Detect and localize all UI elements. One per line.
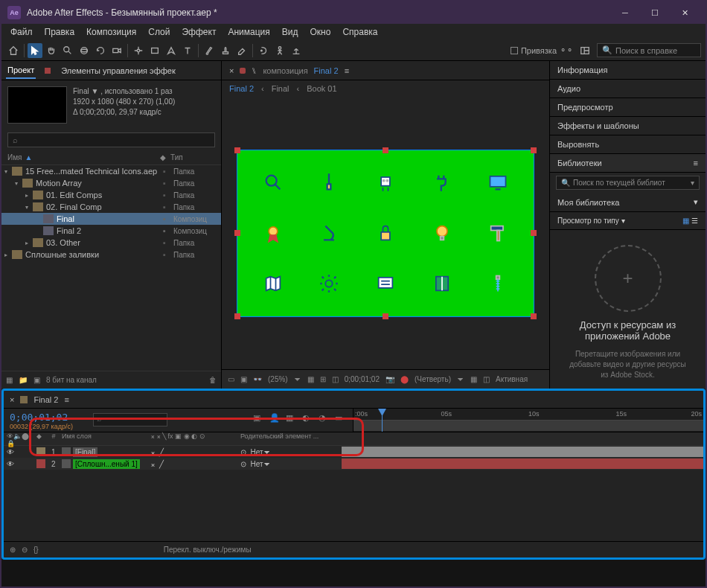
selection-tool-icon[interactable] [28,43,42,58]
workspace-icon[interactable] [578,43,592,58]
motion-blur-icon[interactable]: ◐ [302,413,314,425]
library-search[interactable]: 🔍Поиск по текущей библиот▾ [556,176,700,190]
layer-name[interactable]: [Сплошн...еный 1] [73,459,140,469]
canvas[interactable] [237,150,534,317]
comp-tab-name[interactable]: Final 2 [314,66,339,75]
library-selector[interactable]: Моя библиотека▾ [550,193,706,212]
rotate-tool-icon[interactable] [93,43,108,58]
help-search[interactable]: 🔍 Поиск в справке [597,43,701,57]
breadcrumb-item[interactable]: Final [272,84,289,93]
tab-effect-controls[interactable]: Элементы управления эффек [60,63,177,78]
tree-row[interactable]: ▾15 Free...mated Technical Icons.aep▪Пап… [1,165,221,177]
panel-close-icon[interactable]: × [229,66,234,75]
panel-menu-icon[interactable]: ≡ [345,66,349,75]
flowchart-icon[interactable]: ⑊ [252,66,257,75]
tree-row[interactable]: ▾Motion Array▪Папка [1,177,221,189]
menu-edit[interactable]: Правка [39,25,81,39]
3d-icon[interactable]: ◫ [483,375,490,383]
menu-file[interactable]: Файл [4,25,39,39]
zoom-tool-icon[interactable] [60,43,75,58]
grid-view-icon[interactable]: ▦ [682,217,689,225]
preview-panel-tab[interactable]: Предпросмотр [550,98,706,117]
maximize-button[interactable]: ☐ [640,1,670,24]
visibility-icon[interactable]: 👁 [7,448,14,456]
add-asset-dropzone[interactable]: + [595,245,662,312]
project-tree[interactable]: ▾15 Free...mated Technical Icons.aep▪Пап… [1,165,221,371]
disclosure-arrow-icon[interactable]: ▸ [25,240,33,246]
project-search-input[interactable] [7,132,215,147]
panel-menu-icon[interactable]: ≡ [64,395,68,404]
anchor-tool-icon[interactable] [131,43,146,58]
visibility-icon[interactable]: 👁 [7,460,14,468]
menu-help[interactable]: Справка [336,25,383,39]
tree-row[interactable]: Final 2▪Композиц [1,225,221,237]
frame-blend-icon[interactable]: ▦ [286,413,298,425]
panel-menu-icon[interactable]: ≡ [694,159,698,167]
tree-row[interactable]: ▾02. Final Comp▪Папка [1,201,221,213]
pen-tool-icon[interactable] [164,43,179,58]
layer-switches[interactable]: ⁎ ╱ [148,448,237,456]
eraser-tool-icon[interactable] [234,43,249,58]
layer-name[interactable]: [Final] [73,447,97,457]
disclosure-arrow-icon[interactable]: ▸ [4,252,12,258]
tab-project[interactable]: Проект [6,63,36,79]
quality-dropdown[interactable]: (Четверть) [415,375,451,383]
label-color[interactable] [36,447,45,456]
parent-dropdown[interactable]: ⊙ Нет⏷ [237,448,342,456]
timeline-tab[interactable]: Final 2 [33,395,58,404]
layer-bar[interactable] [342,447,703,457]
align-panel-tab[interactable]: Выровнять [550,135,706,154]
grid-icon[interactable]: ⊞ [320,375,326,383]
col-name-header[interactable]: Имя [7,153,22,162]
library-filter[interactable]: Просмотр по типу ▾ ▦ ☰ [550,212,706,230]
panel-close-icon[interactable]: × [10,395,14,404]
hand-tool-icon[interactable] [44,43,59,58]
playhead[interactable] [382,409,383,432]
magnify-icon[interactable]: ▭ [228,375,234,383]
stamp-tool-icon[interactable] [218,43,233,58]
menu-window[interactable]: Окно [304,25,336,39]
time-ruler[interactable]: :00s 05s 10s 15s 20s [354,409,703,421]
effects-panel-tab[interactable]: Эффекты и шаблоны [550,117,706,135]
alpha-icon[interactable]: ▣ [240,375,247,383]
disclosure-arrow-icon[interactable]: ▾ [15,180,22,187]
mask-icon[interactable]: 👓 [253,375,262,383]
parent-dropdown[interactable]: ⊙ Нет⏷ [237,460,342,468]
layer-search[interactable]: ⌕ [93,413,167,426]
breadcrumb-item[interactable]: Final 2 [229,84,254,93]
disclosure-arrow-icon[interactable]: ▾ [25,204,33,211]
guides-icon[interactable]: ◫ [332,375,339,383]
text-tool-icon[interactable] [180,43,195,58]
menu-animation[interactable]: Анимация [222,25,275,39]
interpret-icon[interactable]: ▦ [6,376,13,384]
camera-dropdown[interactable]: Активная [496,375,528,383]
menu-composition[interactable]: Композиция [80,25,142,39]
disclosure-arrow-icon[interactable]: ▾ [4,168,12,175]
layer-list[interactable]: 👁1[Final]⁎ ╱⊙ Нет⏷👁2[Сплошн...еный 1]⁎ ╱… [4,446,703,470]
col-type-header[interactable]: Тип [170,153,215,162]
roto-tool-icon[interactable] [256,43,271,58]
expand-icon[interactable]: ⊖ [22,546,28,554]
viewer-timecode[interactable]: 0;00;01;02 [345,375,380,383]
puppet-tool-icon[interactable] [272,43,287,58]
viewer[interactable] [222,97,549,369]
breadcrumb-item[interactable]: Book 01 [307,84,336,93]
comp-mini-icon[interactable]: ▣ [253,413,265,425]
tree-row[interactable]: ▸Сплошные заливки▪Папка [1,249,221,261]
home-tool-icon[interactable] [6,43,21,58]
new-comp-icon[interactable]: ▣ [33,376,40,384]
exposure-icon[interactable]: ▦ [470,375,477,383]
bpc-label[interactable]: 8 бит на канал [46,376,97,384]
snapshot-icon[interactable]: 📷 [386,375,394,383]
zoom-dropdown[interactable]: (25%) [268,375,288,383]
info-panel-tab[interactable]: Информация [550,61,706,80]
res-icon[interactable]: ▦ [307,375,314,383]
new-folder-icon[interactable]: 📁 [19,376,28,384]
snap-toggle[interactable]: Привязка ⚬⚬ [511,45,573,55]
draft-3d-icon[interactable]: ▭ [335,413,347,425]
layer-bar[interactable] [342,458,703,469]
tree-row[interactable]: ▸01. Edit Comps▪Папка [1,189,221,201]
minimize-button[interactable]: ─ [610,1,640,24]
toggle-modes-button[interactable]: Перекл. выключ./режимы [164,546,252,554]
list-view-icon[interactable]: ☰ [691,217,698,225]
